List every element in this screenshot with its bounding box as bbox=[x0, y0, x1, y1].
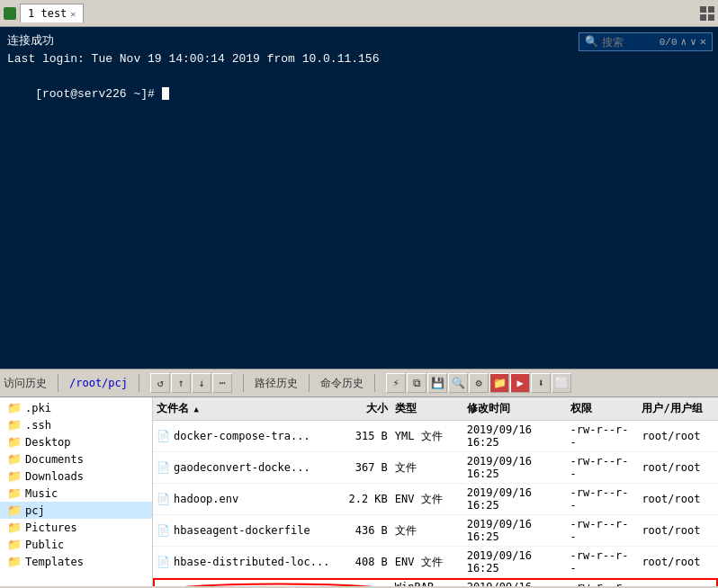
file-name: hbaseagent-dockerfile bbox=[174, 524, 310, 537]
search-btn[interactable]: 🔍 bbox=[448, 373, 468, 393]
col-header-size[interactable]: 大小 bbox=[328, 399, 391, 418]
folder-icon: 📁 bbox=[7, 503, 22, 517]
file-type-cell: ENV 文件 bbox=[391, 553, 463, 572]
table-row[interactable]: 📄 docker-compose-tra... 315 B YML 文件 201… bbox=[153, 421, 718, 452]
file-name: hadoop.env bbox=[174, 493, 238, 505]
refresh-btn[interactable]: ↺ bbox=[150, 373, 170, 393]
file-name: gaodeconvert-docke... bbox=[174, 461, 310, 474]
table-row[interactable]: 📄 gaodeconvert-docke... 367 B 文件 2019/09… bbox=[153, 452, 718, 484]
file-perm-cell: -rw-r--r-- bbox=[567, 422, 639, 450]
sidebar-item-.pki[interactable]: 📁.pki bbox=[0, 399, 152, 416]
file-manager-wrapper: 📁.pki📁.ssh📁Desktop📁Documents📁Downloads📁M… bbox=[0, 397, 718, 586]
file-date-cell: 2019/09/16 16:25 bbox=[463, 579, 567, 586]
col-header-perm[interactable]: 权限 bbox=[567, 399, 639, 418]
history-label[interactable]: 访问历史 bbox=[4, 376, 47, 391]
file-name-cell: 🗜 jdk-8u191-linux-x64.t... bbox=[153, 585, 328, 586]
file-owner-cell: root/root bbox=[638, 554, 718, 570]
route-history-label[interactable]: 路径历史 bbox=[255, 376, 298, 391]
search-count: 0/0 bbox=[660, 37, 678, 48]
file-type-cell: ENV 文件 bbox=[391, 490, 463, 509]
save-btn[interactable]: 💾 bbox=[427, 373, 447, 393]
file-name-cell: 📄 hbase-distributed-loc... bbox=[153, 554, 328, 570]
sidebar-item-label: .pki bbox=[25, 402, 51, 414]
file-perm-cell: -rw-r--r-- bbox=[567, 579, 639, 586]
col-header-name[interactable]: 文件名 bbox=[153, 399, 328, 418]
gear-btn[interactable]: ⚙ bbox=[469, 373, 489, 393]
title-bar-right bbox=[700, 6, 714, 21]
file-type-icon: 📄 bbox=[157, 524, 170, 537]
table-row[interactable]: 📄 hbase-distributed-loc... 408 B ENV 文件 … bbox=[153, 547, 718, 578]
folder-icon: 📁 bbox=[7, 435, 22, 449]
col-header-type[interactable]: 类型 bbox=[391, 399, 463, 418]
folder-icon: 📁 bbox=[7, 555, 22, 568]
file-list-body: 📄 docker-compose-tra... 315 B YML 文件 201… bbox=[153, 421, 718, 586]
folder-icon: 📁 bbox=[7, 521, 22, 534]
tab-close-icon[interactable]: ✕ bbox=[70, 9, 76, 19]
file-date-cell: 2019/09/16 16:25 bbox=[463, 453, 567, 482]
copy-btn[interactable]: ⧉ bbox=[407, 373, 426, 393]
file-name: hbase-distributed-loc... bbox=[174, 556, 328, 568]
sidebar-item-pictures[interactable]: 📁Pictures bbox=[0, 519, 152, 536]
sidebar-item-label: Pictures bbox=[25, 521, 77, 534]
table-row[interactable]: 🗜 jdk-8u191-linux-x64.t... 182.9 MB WinR… bbox=[153, 578, 718, 586]
search-input[interactable] bbox=[602, 36, 656, 49]
sidebar-item-music[interactable]: 📁Music bbox=[0, 485, 152, 502]
tab-label: 1 test bbox=[28, 7, 67, 20]
file-date-cell: 2019/09/16 16:25 bbox=[463, 485, 567, 513]
dl-btn[interactable]: ⬇ bbox=[531, 373, 551, 393]
sidebar-item-label: Templates bbox=[25, 556, 84, 568]
tab-1-test[interactable]: 1 test ✕ bbox=[20, 4, 84, 22]
divider-3 bbox=[243, 374, 244, 392]
folder-icon: 📁 bbox=[7, 452, 22, 466]
toolbar-btn-group-2: ⚡ ⧉ 💾 🔍 ⚙ 📁 ▶ ⬇ ⬜ bbox=[386, 373, 571, 393]
col-header-owner[interactable]: 用户/用户组 bbox=[638, 399, 718, 418]
sidebar-item-label: Desktop bbox=[25, 436, 71, 449]
file-owner-cell: root/root bbox=[638, 428, 718, 444]
more-btn[interactable]: ⋯ bbox=[212, 373, 232, 393]
upload-btn[interactable]: ↑ bbox=[171, 373, 191, 393]
sidebar-item-desktop[interactable]: 📁Desktop bbox=[0, 433, 152, 450]
toolbar-btn-group-1: ↺ ↑ ↓ ⋯ bbox=[150, 373, 232, 393]
terminal[interactable]: 连接成功 Last login: Tue Nov 19 14:00:14 201… bbox=[0, 27, 718, 369]
folder-btn[interactable]: 📁 bbox=[489, 373, 509, 393]
file-size-cell: 315 B bbox=[328, 428, 391, 444]
bolt-btn[interactable]: ⚡ bbox=[386, 373, 406, 393]
file-type-icon: 📄 bbox=[157, 493, 170, 505]
screen-btn[interactable]: ⬜ bbox=[552, 373, 571, 393]
current-path[interactable]: /root/pcj bbox=[69, 377, 128, 389]
terminal-line-2: Last login: Tue Nov 19 14:00:14 2019 fro… bbox=[7, 50, 711, 68]
download-btn[interactable]: ↓ bbox=[192, 373, 211, 393]
file-name-cell: 📄 hadoop.env bbox=[153, 491, 328, 507]
search-next-icon[interactable]: ∨ bbox=[690, 36, 696, 48]
divider-1 bbox=[58, 374, 58, 392]
sidebar-item-.ssh[interactable]: 📁.ssh bbox=[0, 416, 152, 433]
sidebar-item-pcj[interactable]: 📁pcj bbox=[0, 502, 152, 519]
grid-view-icon[interactable] bbox=[700, 6, 714, 21]
sidebar-item-downloads[interactable]: 📁Downloads bbox=[0, 468, 152, 485]
play-btn[interactable]: ▶ bbox=[510, 373, 530, 393]
sidebar: 📁.pki📁.ssh📁Desktop📁Documents📁Downloads📁M… bbox=[0, 397, 153, 586]
file-size-cell: 367 B bbox=[328, 459, 391, 476]
file-type-icon: 📄 bbox=[157, 556, 170, 568]
file-manager: 📁.pki📁.ssh📁Desktop📁Documents📁Downloads📁M… bbox=[0, 397, 718, 586]
file-owner-cell: root/root bbox=[638, 491, 718, 507]
terminal-search-bar: 🔍 0/0 ∧ ∨ ✕ bbox=[579, 32, 713, 51]
divider-5 bbox=[374, 374, 375, 392]
file-type-cell: WinRAR ... bbox=[391, 579, 463, 586]
file-list-header: 文件名 大小 类型 修改时间 权限 用户/用户组 bbox=[153, 397, 718, 421]
search-prev-icon[interactable]: ∧ bbox=[681, 36, 687, 48]
sidebar-item-documents[interactable]: 📁Documents bbox=[0, 450, 152, 468]
file-type-cell: YML 文件 bbox=[391, 427, 463, 446]
col-header-date[interactable]: 修改时间 bbox=[463, 399, 567, 418]
table-row[interactable]: 📄 hadoop.env 2.2 KB ENV 文件 2019/09/16 16… bbox=[153, 484, 718, 515]
table-row[interactable]: 📄 hbaseagent-dockerfile 436 B 文件 2019/09… bbox=[153, 515, 718, 547]
search-close-icon[interactable]: ✕ bbox=[700, 35, 706, 49]
sidebar-item-public[interactable]: 📁Public bbox=[0, 536, 152, 553]
sidebar-item-templates[interactable]: 📁Templates bbox=[0, 553, 152, 570]
file-perm-cell: -rw-r--r-- bbox=[567, 485, 639, 513]
file-perm-cell: -rw-r--r-- bbox=[567, 453, 639, 482]
file-type-icon: 📄 bbox=[157, 461, 170, 474]
file-date-cell: 2019/09/16 16:25 bbox=[463, 422, 567, 450]
cmd-history-label[interactable]: 命令历史 bbox=[320, 376, 363, 391]
file-type-cell: 文件 bbox=[391, 459, 463, 477]
